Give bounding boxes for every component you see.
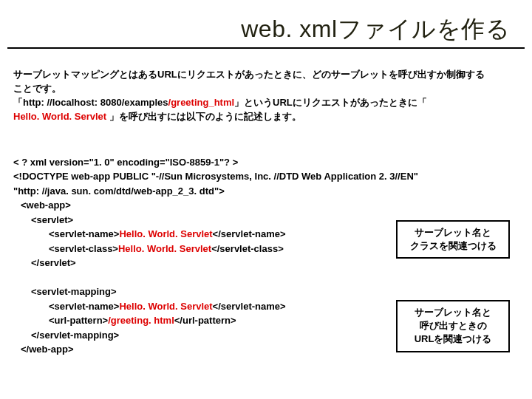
code-l10c: </servlet-name> (213, 301, 286, 312)
desc-line2a: 「http: //localhost: 8080/examples (13, 97, 168, 108)
code-l6a: <servlet-name> (49, 228, 119, 239)
code-l11a: <url-pattern> (49, 315, 108, 326)
box2-line2: 呼び出すときの (420, 320, 487, 331)
code-l2: <!DOCTYPE web-app PUBLIC "-//Sun Microsy… (13, 171, 418, 182)
box1-line2: クラスを関連つける (410, 240, 497, 251)
code-l12: </servlet-mapping> (13, 328, 119, 343)
code-l9: <servlet-mapping> (13, 284, 117, 299)
code-l10b: Hello. World. Servlet (119, 301, 212, 312)
code-l7a: <servlet-class> (49, 243, 118, 254)
desc-line2c: 」というURLにリクエストがあったときに「 (234, 97, 427, 108)
description-block: サーブレットマッピングとはあるURLにリクエストがあったときに、どのサーブレット… (13, 68, 523, 123)
code-l4: <web-app> (13, 198, 71, 213)
code-l3: "http: //java. sun. com/dtd/web-app_2_3.… (13, 185, 225, 197)
desc-line1b: ことです。 (13, 83, 61, 94)
desc-url-highlight: /greeting_html (168, 97, 235, 108)
page-title: web. xmlファイルを作る (241, 13, 510, 46)
code-l10a: <servlet-name> (49, 301, 119, 312)
code-l7b: Hello. World. Servlet (118, 243, 211, 254)
callout-box-servlet-class: サーブレット名と クラスを関連つける (396, 220, 510, 259)
desc-servlet-highlight: Hello. World. Servlet (13, 111, 109, 122)
code-l8: </servlet> (13, 256, 76, 270)
code-l13: </web-app> (13, 342, 74, 357)
title-rule (7, 47, 525, 49)
code-l5: <servlet> (13, 213, 73, 228)
desc-line3b: 」を呼び出すには以下のように記述します。 (109, 111, 301, 122)
code-l6b: Hello. World. Servlet (119, 228, 212, 239)
code-l11c: </url-pattern> (174, 315, 236, 326)
callout-box-servlet-url: サーブレット名と 呼び出すときの URLを関連つける (396, 300, 510, 352)
desc-line1a: サーブレットマッピングとはあるURLにリクエストがあったときに、どのサーブレット… (13, 69, 485, 80)
code-l11b: /greeting. html (108, 315, 174, 326)
code-l1: < ? xml version="1. 0" encoding="ISO-885… (13, 157, 238, 168)
box2-line3: URLを関連つける (415, 333, 492, 344)
code-l6c: </servlet-name> (213, 228, 286, 239)
box2-line1: サーブレット名と (415, 307, 491, 318)
box1-line1: サーブレット名と (415, 227, 491, 238)
code-l7c: </servlet-class> (211, 243, 284, 254)
